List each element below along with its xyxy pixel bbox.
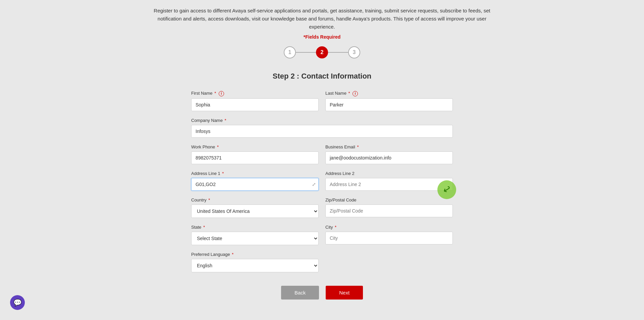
back-button[interactable]: Back [281,286,319,300]
step-2: 2 [316,46,328,58]
country-select[interactable]: United States Of America Canada United K… [191,204,319,218]
business-email-label: Business Email * [325,144,453,149]
zip-input[interactable] [325,204,453,217]
state-group: State * Select State California New York… [191,225,319,245]
language-label: Preferred Language * [191,252,319,257]
last-name-info-icon[interactable]: i [353,91,358,96]
company-required: * [225,118,226,123]
language-row: Preferred Language * English Spanish Fre… [191,252,453,272]
required-note: *Fields Required [0,34,644,40]
first-name-label: First Name * i [191,91,319,96]
zip-label: Zip/Postal Code [325,197,453,202]
city-input[interactable] [325,232,453,244]
step-3: 3 [348,46,360,58]
address-line2-group: Address Line 2 ↩ [325,171,453,191]
last-name-label: Last Name * i [325,91,453,96]
state-required: * [203,225,205,230]
country-group: Country * United States Of America Canad… [191,197,319,218]
step-1: 1 [284,46,296,58]
stepper: 1 2 3 [0,46,644,58]
step-line-2 [328,52,348,53]
city-label: City * [325,225,453,230]
address-line1-wrapper: ⤢ [191,178,319,191]
address-line2-label: Address Line 2 [325,171,453,176]
form-title: Step 2 : Contact Information [191,72,453,81]
language-group: Preferred Language * English Spanish Fre… [191,252,319,272]
phone-required: * [217,144,219,149]
chat-bubble[interactable]: 💬 [10,295,25,310]
first-name-required: * [214,91,216,96]
work-phone-input[interactable] [191,151,319,164]
state-city-row: State * Select State California New York… [191,225,453,245]
company-name-group: Company Name * [191,118,453,138]
intro-text: Register to gain access to different Ava… [138,7,506,31]
country-zip-row: Country * United States Of America Canad… [191,197,453,218]
company-row: Company Name * [191,118,453,138]
email-required: * [357,144,359,149]
zip-group: Zip/Postal Code [325,197,453,218]
country-label: Country * [191,197,319,202]
address-line2-input[interactable] [325,178,453,191]
last-name-required: * [348,91,350,96]
company-name-label: Company Name * [191,118,453,123]
first-name-info-icon[interactable]: i [219,91,224,96]
address-line1-group: Address Line 1 * ⤢ [191,171,319,191]
address-line1-label: Address Line 1 * [191,171,319,176]
language-select[interactable]: English Spanish French German [191,259,319,272]
language-required: * [232,252,233,257]
address-row: Address Line 1 * ⤢ Address Line 2 ↩ [191,171,453,191]
last-name-group: Last Name * i [325,91,453,111]
company-name-input[interactable] [191,125,453,138]
name-row: First Name * i Last Name * i [191,91,453,111]
first-name-group: First Name * i [191,91,319,111]
form-buttons: Back Next [191,286,453,300]
business-email-group: Business Email * [325,144,453,164]
business-email-input[interactable] [325,151,453,164]
work-phone-group: Work Phone * [191,144,319,164]
chat-icon: 💬 [13,299,22,307]
work-phone-label: Work Phone * [191,144,319,149]
city-required: * [335,225,336,230]
expand-icon[interactable]: ⤢ [312,182,316,187]
country-required: * [208,197,210,202]
state-label: State * [191,225,319,230]
first-name-input[interactable] [191,98,319,111]
last-name-input[interactable] [325,98,453,111]
city-group: City * [325,225,453,245]
contact-info-form: Step 2 : Contact Information First Name … [191,72,453,300]
phone-email-row: Work Phone * Business Email * [191,144,453,164]
state-select[interactable]: Select State California New York Texas F… [191,232,319,245]
address1-required: * [222,171,224,176]
next-button[interactable]: Next [326,286,363,300]
step-line-1 [296,52,316,53]
address-line1-input[interactable] [191,178,319,191]
